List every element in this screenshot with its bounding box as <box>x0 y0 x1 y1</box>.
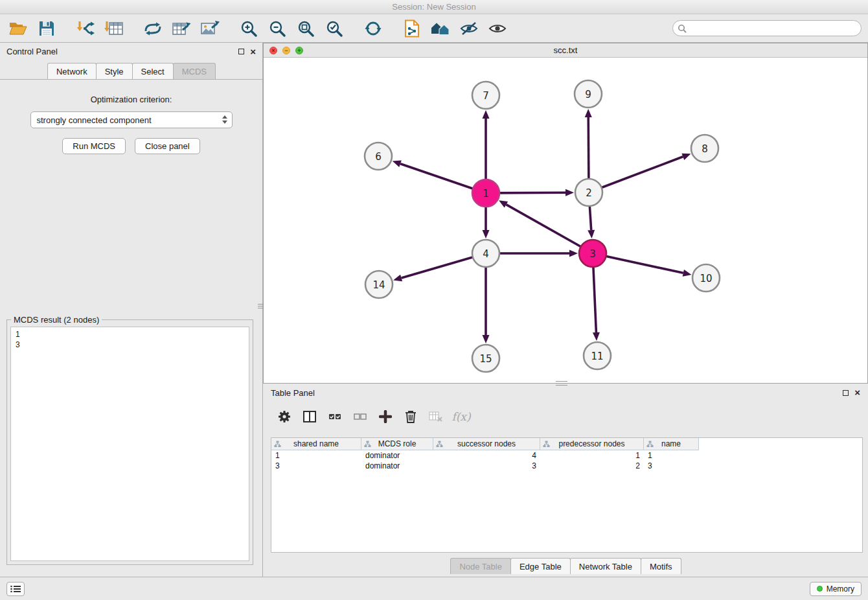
float-panel-icon[interactable] <box>238 49 244 54</box>
graph-edge-2-8[interactable] <box>589 157 683 192</box>
table-row[interactable]: 3dominator323 <box>271 461 862 471</box>
open-file-button[interactable] <box>6 17 30 40</box>
graph-node-15[interactable]: 15 <box>472 345 499 372</box>
graph-edge-3-1[interactable] <box>506 205 593 253</box>
table-row[interactable]: 1dominator411 <box>271 450 862 461</box>
graph-edge-arrowhead <box>483 110 490 119</box>
show-columns-button[interactable] <box>301 408 318 425</box>
import-table-from-file-button[interactable] <box>102 17 126 40</box>
home-networks-button[interactable] <box>429 17 452 40</box>
graph-node-10[interactable]: 10 <box>692 264 720 292</box>
column-header-mcds-role[interactable]: MCDS role <box>361 438 433 450</box>
close-window-icon[interactable]: × <box>269 47 277 54</box>
maximize-window-icon[interactable]: + <box>295 47 303 54</box>
unselect-all-button[interactable] <box>352 408 369 425</box>
graph-node-8[interactable]: 8 <box>691 135 718 162</box>
zoom-fit-button[interactable] <box>294 17 317 40</box>
show-graphics-details-button[interactable] <box>486 17 509 40</box>
run-mcds-button[interactable]: Run MCDS <box>62 138 126 154</box>
hide-graphics-details-button[interactable] <box>457 17 481 40</box>
table-cell[interactable]: 3 <box>433 461 540 471</box>
tab-node-table[interactable]: Node Table <box>450 558 511 574</box>
share-document-button[interactable] <box>400 17 424 40</box>
minimize-window-icon[interactable]: − <box>282 47 290 54</box>
save-icon <box>38 20 55 37</box>
table-cell[interactable]: 1 <box>271 450 361 461</box>
tab-motifs[interactable]: Motifs <box>641 558 681 574</box>
graph-node-7[interactable]: 7 <box>472 82 499 109</box>
task-history-button[interactable] <box>6 582 25 596</box>
tab-select[interactable]: Select <box>132 63 174 79</box>
close-panel-icon[interactable]: × <box>250 49 256 55</box>
graph-node-9[interactable]: 9 <box>575 80 602 108</box>
graph-node-4[interactable]: 4 <box>472 240 499 267</box>
checked-boxes-icon <box>328 412 341 421</box>
function-builder-button[interactable]: f(x) <box>453 408 470 425</box>
network-graph[interactable]: 7968124314101511 <box>264 58 867 384</box>
graph-edge-arrowhead <box>483 335 490 343</box>
load-network-button[interactable] <box>141 17 165 40</box>
graph-edge-arrowhead <box>393 160 402 167</box>
column-header-name[interactable]: name <box>644 438 699 450</box>
column-header-label: predecessor nodes <box>558 439 624 448</box>
table-cell[interactable]: 4 <box>433 450 540 461</box>
float-table-panel-icon[interactable] <box>843 390 849 396</box>
select-all-button[interactable] <box>326 408 343 425</box>
table-panel-header: Table Panel × <box>263 384 868 402</box>
table-settings-button[interactable] <box>276 408 293 425</box>
tab-edge-table[interactable]: Edge Table <box>510 558 571 574</box>
close-panel-button[interactable]: Close panel <box>135 138 200 154</box>
network-window-title: scc.txt <box>554 45 578 55</box>
search-input[interactable] <box>672 20 862 36</box>
mcds-result-area[interactable]: 13 <box>10 327 249 561</box>
zoom-selected-button[interactable] <box>323 17 346 40</box>
column-header-predecessor-nodes[interactable]: predecessor nodes <box>540 438 644 450</box>
close-table-panel-icon[interactable]: × <box>854 389 860 396</box>
export-image-button[interactable] <box>198 17 222 40</box>
table-cell[interactable]: 1 <box>644 450 699 461</box>
graph-node-6[interactable]: 6 <box>365 143 392 170</box>
export-table-button[interactable] <box>170 17 193 40</box>
plus-icon <box>379 410 392 423</box>
zoom-fit-icon <box>297 20 314 37</box>
tab-style[interactable]: Style <box>96 63 133 79</box>
mcds-result-box: MCDS result (2 nodes) 13 <box>6 319 253 565</box>
delete-row-button[interactable] <box>402 408 419 425</box>
graph-edge-arrowhead <box>593 332 600 341</box>
panel-splitter-vertical[interactable] <box>258 300 264 312</box>
import-network-from-file-button[interactable] <box>74 17 97 40</box>
table-cell[interactable]: dominator <box>361 450 433 461</box>
table-cell[interactable]: 1 <box>540 450 644 461</box>
criterion-dropdown[interactable]: strongly connected component <box>30 111 233 128</box>
table-cell[interactable]: 3 <box>271 461 361 471</box>
column-header-shared-name[interactable]: shared name <box>271 438 361 450</box>
fx-icon: f(x) <box>451 410 470 423</box>
graph-node-1[interactable]: 1 <box>472 179 499 207</box>
delete-table-button[interactable] <box>428 408 444 425</box>
refresh-button[interactable] <box>361 17 385 40</box>
graph-node-2[interactable]: 2 <box>575 179 602 206</box>
table-cell[interactable]: 2 <box>540 461 644 471</box>
tab-network[interactable]: Network <box>47 63 97 79</box>
table-cell[interactable]: dominator <box>361 461 433 471</box>
column-header-successor-nodes[interactable]: successor nodes <box>433 438 540 450</box>
node-table: shared nameMCDS rolesuccessor nodesprede… <box>271 437 863 553</box>
graph-node-3[interactable]: 3 <box>579 240 606 267</box>
table-cell[interactable]: 3 <box>644 461 699 471</box>
tab-mcds[interactable]: MCDS <box>173 63 216 79</box>
graph-node-11[interactable]: 11 <box>584 342 611 369</box>
add-row-button[interactable] <box>377 408 394 425</box>
zoom-in-icon <box>240 20 257 37</box>
zoom-in-button[interactable] <box>237 17 260 40</box>
status-bar: Memory <box>0 577 868 600</box>
graph-node-label: 6 <box>375 151 382 163</box>
sort-icon <box>646 441 654 448</box>
graph-node-14[interactable]: 14 <box>365 271 393 298</box>
panel-splitter-horizontal[interactable] <box>556 380 567 386</box>
tab-network-table[interactable]: Network Table <box>570 558 641 574</box>
save-session-button[interactable] <box>35 17 58 40</box>
memory-button[interactable]: Memory <box>810 582 862 596</box>
network-window-titlebar[interactable]: × − + scc.txt <box>264 43 867 58</box>
zoom-out-button[interactable] <box>266 17 289 40</box>
eye-slash-icon <box>460 21 478 36</box>
